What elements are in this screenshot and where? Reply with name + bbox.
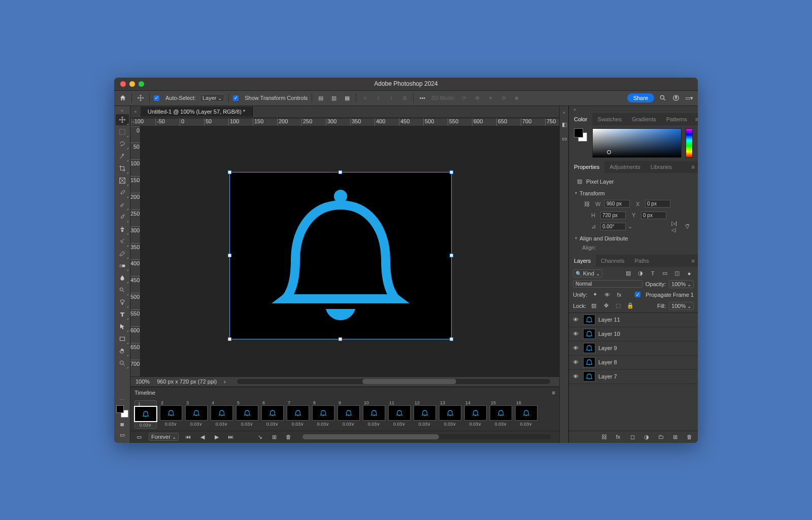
tab-gradients[interactable]: Gradients bbox=[627, 113, 661, 125]
angle-input[interactable] bbox=[600, 223, 626, 230]
loop-select[interactable]: Forever ⌄ bbox=[149, 433, 179, 441]
foreground-background-swatch[interactable] bbox=[574, 128, 588, 143]
search-icon[interactable] bbox=[658, 93, 667, 102]
blend-mode-select[interactable]: Normal bbox=[573, 280, 642, 288]
filter-toggle-icon[interactable]: ● bbox=[685, 269, 694, 278]
tabbar-collapse-icon[interactable]: « bbox=[130, 109, 141, 114]
timeline-convert-icon[interactable]: ▭ bbox=[134, 432, 144, 441]
help-icon[interactable]: ? bbox=[671, 93, 681, 102]
align-section-header[interactable]: Align and Distribute bbox=[575, 235, 692, 241]
layer-fx-icon[interactable]: fx bbox=[614, 432, 623, 441]
lock-all-icon[interactable]: 🔒 bbox=[626, 301, 635, 310]
hand-tool[interactable] bbox=[116, 345, 129, 357]
distribute-h-icon[interactable]: ⫴ bbox=[374, 93, 383, 102]
tween-icon[interactable]: ↘ bbox=[256, 432, 265, 441]
timeline-menu-icon[interactable]: ≡ bbox=[552, 390, 555, 396]
distribute-v-icon[interactable]: ⫲ bbox=[387, 93, 396, 102]
timeline-frame[interactable]: 40.03∨ bbox=[211, 400, 233, 429]
delete-frame-icon[interactable]: 🗑 bbox=[284, 432, 293, 441]
lock-pixels-icon[interactable]: ▨ bbox=[589, 301, 598, 310]
lock-position-icon[interactable]: ✥ bbox=[601, 301, 611, 310]
pen-tool[interactable] bbox=[116, 297, 129, 308]
comments-panel-icon[interactable]: ▭ bbox=[560, 134, 569, 144]
tab-libraries[interactable]: Libraries bbox=[646, 161, 677, 173]
filter-smart-icon[interactable]: ◫ bbox=[672, 269, 682, 278]
layer-filter-kind[interactable]: 🔍 Kind ⌄ bbox=[573, 269, 602, 278]
timeline-scrollbar[interactable] bbox=[302, 434, 551, 439]
edit-toolbar-icon[interactable]: ⋯ bbox=[119, 397, 125, 403]
filter-adjust-icon[interactable]: ◑ bbox=[636, 269, 645, 278]
play-icon[interactable]: ▶ bbox=[212, 432, 221, 441]
delete-layer-icon[interactable]: 🗑 bbox=[685, 432, 694, 441]
timeline-frame[interactable]: 60.03∨ bbox=[261, 400, 284, 429]
artboard[interactable] bbox=[229, 172, 452, 339]
blur-tool[interactable] bbox=[116, 272, 129, 284]
timeline-frame[interactable]: 20.03∨ bbox=[160, 400, 182, 429]
eraser-tool[interactable] bbox=[116, 248, 129, 259]
align-right-icon[interactable]: ▦ bbox=[343, 93, 352, 102]
layer-row[interactable]: 👁Layer 10 bbox=[569, 327, 698, 341]
visibility-icon[interactable]: 👁 bbox=[573, 317, 580, 323]
quick-mask-icon[interactable]: ◙ bbox=[118, 420, 127, 429]
rectangle-tool[interactable] bbox=[116, 333, 129, 344]
layers-panel-menu-icon[interactable]: ≡ bbox=[689, 258, 698, 264]
first-frame-icon[interactable]: ⏮ bbox=[184, 432, 193, 441]
marquee-tool[interactable] bbox=[116, 126, 129, 137]
toolbar-collapse-icon[interactable]: » bbox=[117, 108, 127, 113]
x-input[interactable] bbox=[645, 200, 670, 207]
timeline-frame[interactable]: 100.03∨ bbox=[363, 400, 385, 429]
prev-frame-icon[interactable]: ◀ bbox=[198, 432, 207, 441]
horizontal-ruler[interactable]: -100-50050100150200250300350400450500550… bbox=[130, 118, 559, 126]
unify-visibility-icon[interactable]: 👁 bbox=[602, 290, 612, 299]
history-brush-tool[interactable] bbox=[116, 236, 129, 247]
fill-input[interactable]: 100% ⌄ bbox=[669, 302, 694, 310]
color-swatch-pair[interactable] bbox=[116, 405, 128, 418]
timeline-frame[interactable]: 120.03∨ bbox=[414, 400, 436, 429]
align-bottom-icon[interactable]: ≣ bbox=[400, 93, 409, 102]
dodge-tool[interactable] bbox=[116, 285, 129, 296]
status-chevron-icon[interactable]: › bbox=[224, 378, 226, 385]
unify-style-icon[interactable]: fx bbox=[615, 290, 624, 299]
filter-shape-icon[interactable]: ▭ bbox=[660, 269, 669, 278]
timeline-frame[interactable]: 110.03∨ bbox=[388, 400, 411, 429]
tab-channels[interactable]: Channels bbox=[596, 255, 629, 267]
layer-row[interactable]: 👁Layer 9 bbox=[569, 341, 698, 356]
layer-row[interactable]: 👁Layer 8 bbox=[569, 356, 698, 370]
move-tool[interactable] bbox=[116, 114, 129, 125]
timeline-frame[interactable]: 150.03∨ bbox=[490, 400, 512, 429]
clone-stamp-tool[interactable] bbox=[116, 224, 129, 235]
timeline-frame[interactable]: 90.03∨ bbox=[337, 400, 360, 429]
auto-select-checkbox[interactable] bbox=[154, 95, 159, 101]
home-icon[interactable] bbox=[118, 93, 127, 102]
workspace-icon[interactable]: ▭▾ bbox=[685, 93, 694, 102]
new-layer-icon[interactable]: ⊞ bbox=[670, 432, 680, 441]
lock-artboard-icon[interactable]: ⬚ bbox=[614, 301, 623, 310]
zoom-tool[interactable] bbox=[116, 358, 129, 369]
rbar-expand-icon[interactable]: « bbox=[559, 110, 569, 115]
flip-h-icon[interactable]: ▷|◁ bbox=[671, 222, 681, 231]
h-scrollbar[interactable] bbox=[237, 379, 550, 384]
filter-type-icon[interactable]: T bbox=[648, 269, 657, 278]
color-panel-menu-icon[interactable]: ≡ bbox=[692, 116, 698, 122]
lasso-tool[interactable] bbox=[116, 138, 129, 150]
flip-v-icon[interactable]: ▽̄ bbox=[683, 222, 692, 231]
transform-section-header[interactable]: Transform bbox=[575, 190, 692, 196]
new-frame-icon[interactable]: ⊞ bbox=[270, 432, 279, 441]
propagate-checkbox[interactable] bbox=[635, 292, 640, 297]
type-tool[interactable] bbox=[116, 309, 129, 320]
crop-tool[interactable] bbox=[116, 163, 129, 174]
next-frame-icon[interactable]: ⏭ bbox=[226, 432, 235, 441]
timeline-frame[interactable]: 70.03∨ bbox=[287, 400, 309, 429]
align-top-icon[interactable]: ≡ bbox=[360, 93, 369, 102]
healing-brush-tool[interactable] bbox=[116, 199, 129, 211]
y-input[interactable] bbox=[641, 212, 666, 219]
path-selection-tool[interactable] bbox=[116, 321, 129, 332]
tab-adjustments[interactable]: Adjustments bbox=[604, 161, 646, 173]
visibility-icon[interactable]: 👁 bbox=[573, 359, 580, 365]
visibility-icon[interactable]: 👁 bbox=[573, 331, 580, 337]
timeline-frame[interactable]: 80.03∨ bbox=[312, 400, 334, 429]
auto-select-target[interactable]: Layer ⌄ bbox=[200, 94, 224, 102]
tab-properties[interactable]: Properties bbox=[569, 161, 604, 173]
canvas-stage[interactable] bbox=[141, 126, 559, 376]
filter-pixel-icon[interactable]: ▨ bbox=[624, 269, 633, 278]
